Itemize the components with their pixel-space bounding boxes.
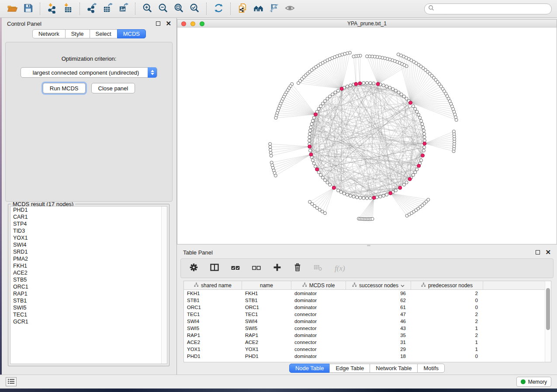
result-node[interactable]: TID3 xyxy=(10,227,167,234)
node[interactable] xyxy=(414,107,417,110)
node[interactable] xyxy=(308,139,311,142)
result-node[interactable]: PMA2 xyxy=(10,255,167,262)
table-row[interactable]: SWI4SWI4dominator462 xyxy=(184,318,551,325)
dominator-node[interactable] xyxy=(398,186,402,189)
hide-selected-button[interactable] xyxy=(266,2,282,16)
result-node[interactable]: ACE2 xyxy=(10,269,167,276)
result-node[interactable]: FKH1 xyxy=(10,262,167,269)
result-node[interactable]: SRD1 xyxy=(10,248,167,255)
tab-style[interactable]: Style xyxy=(65,29,90,38)
maximize-window-icon[interactable] xyxy=(200,21,204,26)
node[interactable] xyxy=(402,183,405,186)
tab-select[interactable]: Select xyxy=(90,29,118,38)
node[interactable] xyxy=(412,173,415,176)
close-window-icon[interactable] xyxy=(181,21,186,26)
result-node[interactable]: PHD1 xyxy=(10,206,167,213)
node[interactable] xyxy=(308,132,311,135)
dominator-node[interactable] xyxy=(408,177,412,181)
mcds-result-list[interactable]: PHD1CAR1STP4TID3YOX1SWI4SRD1PMA2FKH1ACE2… xyxy=(10,206,167,364)
column-header-successor_nodes[interactable]: successor nodes xyxy=(346,281,411,289)
node[interactable] xyxy=(310,123,313,126)
node[interactable] xyxy=(319,173,322,176)
result-node[interactable]: STB5 xyxy=(10,276,167,283)
table-tab-node-table[interactable]: Node Table xyxy=(289,364,330,373)
node[interactable] xyxy=(412,105,415,108)
add-column-button[interactable] xyxy=(273,263,281,273)
node[interactable] xyxy=(349,84,352,87)
node[interactable] xyxy=(323,179,326,182)
export-network-button[interactable] xyxy=(84,2,100,16)
dominator-node[interactable] xyxy=(332,186,336,189)
node[interactable] xyxy=(352,55,355,58)
zoom-in-button[interactable] xyxy=(139,2,155,16)
node[interactable] xyxy=(356,196,359,199)
node[interactable] xyxy=(319,105,322,108)
table-tab-network-table[interactable]: Network Table xyxy=(370,364,418,373)
node[interactable] xyxy=(385,193,388,196)
network-window-titlebar[interactable]: YPA_prune.txt_1 xyxy=(177,19,557,28)
dominator-node[interactable] xyxy=(389,192,392,195)
node[interactable] xyxy=(362,196,365,199)
task-history-button[interactable] xyxy=(6,377,17,386)
table-settings-button[interactable] xyxy=(190,263,198,273)
dominator-node[interactable] xyxy=(315,168,319,171)
dominator-node[interactable] xyxy=(358,82,362,85)
node[interactable] xyxy=(349,194,352,197)
dominator-node[interactable] xyxy=(340,87,343,90)
node[interactable] xyxy=(385,85,388,88)
import-table-button[interactable] xyxy=(60,2,76,16)
node[interactable] xyxy=(311,159,314,162)
function-builder-button[interactable]: f(x) xyxy=(335,264,345,273)
show-columns-button[interactable] xyxy=(210,263,219,273)
table-row[interactable]: STB1STB1dominator620 xyxy=(184,297,551,304)
table-row[interactable]: YOX1YOX1connector291 xyxy=(184,346,551,353)
close-panel-icon[interactable]: ✕ xyxy=(166,21,171,26)
import-network-button[interactable] xyxy=(44,2,60,16)
result-list-scrollbar[interactable] xyxy=(161,206,167,364)
network-canvas[interactable] xyxy=(177,28,557,244)
float-table-panel-icon[interactable] xyxy=(536,250,540,254)
zoom-fit-button[interactable] xyxy=(171,2,187,16)
node[interactable] xyxy=(366,82,369,85)
node[interactable] xyxy=(394,89,398,92)
node[interactable] xyxy=(343,192,346,195)
node[interactable] xyxy=(346,193,349,196)
node[interactable] xyxy=(420,159,423,162)
node[interactable] xyxy=(427,198,430,201)
close-table-panel-icon[interactable]: ✕ xyxy=(545,250,551,254)
export-table-button[interactable] xyxy=(100,2,115,16)
node[interactable] xyxy=(329,183,332,186)
dominator-node[interactable] xyxy=(354,82,358,86)
result-node[interactable]: ORC1 xyxy=(10,283,167,290)
node[interactable] xyxy=(420,119,423,122)
node[interactable] xyxy=(405,181,408,184)
table-row[interactable]: PHD1PHD1dominator180 xyxy=(184,353,551,360)
table-row[interactable]: ORC1ORC1dominator610 xyxy=(184,304,551,311)
column-header-mcds_role[interactable]: MCDS role xyxy=(291,281,346,289)
node[interactable] xyxy=(337,89,340,92)
export-image-button[interactable] xyxy=(115,2,131,16)
node[interactable] xyxy=(323,100,326,103)
node[interactable] xyxy=(369,82,372,85)
table-tab-edge-table[interactable]: Edge Table xyxy=(329,364,370,373)
node[interactable] xyxy=(308,136,311,139)
node[interactable] xyxy=(422,126,425,129)
minimize-window-icon[interactable] xyxy=(190,21,195,26)
node[interactable] xyxy=(274,174,277,177)
node[interactable] xyxy=(326,97,329,100)
node[interactable] xyxy=(269,151,272,155)
float-panel-icon[interactable] xyxy=(156,21,160,26)
table-row[interactable]: FKH1FKH1dominator962 xyxy=(184,290,551,297)
node[interactable] xyxy=(422,149,425,152)
node[interactable] xyxy=(421,123,424,126)
node[interactable] xyxy=(317,107,320,110)
node[interactable] xyxy=(419,116,422,119)
node[interactable] xyxy=(371,217,374,220)
node[interactable] xyxy=(339,190,343,193)
column-header-predecessor_nodes[interactable]: predecessor nodes xyxy=(411,281,483,289)
table-row[interactable]: TEC1TEC1connector472 xyxy=(184,311,551,318)
dominator-node[interactable] xyxy=(309,153,313,156)
node[interactable] xyxy=(312,116,315,119)
node[interactable] xyxy=(362,82,365,85)
result-node[interactable]: TEC1 xyxy=(10,311,167,318)
